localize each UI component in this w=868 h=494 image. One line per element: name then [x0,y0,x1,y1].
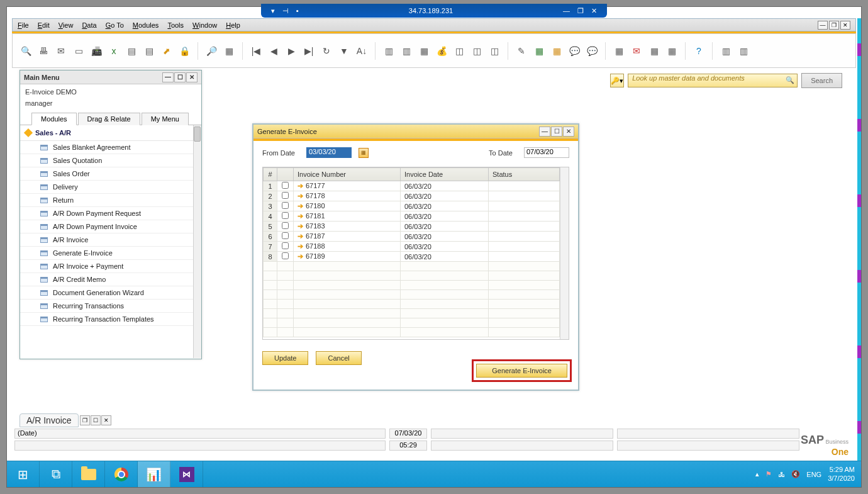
close-icon[interactable]: ✕ [101,415,111,425]
update-button[interactable]: Update [262,351,308,365]
col-invoice-date[interactable]: Invoice Date [401,168,489,181]
cell-invoice-number[interactable]: ➔67183 [294,222,401,232]
menu-help[interactable]: Help [226,21,240,29]
tab-modules[interactable]: Modules [31,113,77,125]
scrollbar[interactable] [193,125,201,358]
email-icon[interactable]: ✉ [54,44,68,58]
link-arrow-icon[interactable]: ➔ [298,242,303,250]
restore-icon[interactable]: ❐ [80,415,90,425]
tree-item[interactable]: A/R Down Payment Request [20,207,201,220]
cell-invoice-number[interactable]: ➔67187 [294,232,401,242]
table-row[interactable]: 4➔6718106/03/20 [264,211,560,222]
file-explorer-icon[interactable] [72,461,105,487]
tab-my-menu[interactable]: My Menu [142,113,189,125]
menu-data[interactable]: Data [82,21,96,29]
close-icon[interactable]: ✕ [563,126,574,137]
launch-icon[interactable]: ⬈ [160,44,174,58]
close-icon[interactable]: ✕ [591,7,597,14]
tray-network-icon[interactable]: 🖧 [778,471,785,478]
minimize-icon[interactable]: — [818,21,828,30]
close-icon[interactable]: ✕ [840,21,850,30]
search-input[interactable]: Look up master data and documents 🔍 [628,74,798,87]
link-arrow-icon[interactable]: ➔ [298,202,303,210]
message-icon[interactable]: 💬 [567,44,581,58]
link-arrow-icon[interactable]: ➔ [298,192,303,199]
link-arrow-icon[interactable]: ➔ [298,232,303,240]
tray-chevron-icon[interactable]: ▴ [755,470,759,478]
tray-language[interactable]: ENG [806,471,821,478]
link-arrow-icon[interactable]: ➔ [298,252,303,260]
tray-volume-icon[interactable]: 🔇 [791,470,800,478]
tree-item[interactable]: Recurring Transaction Templates [20,313,201,326]
search-icon[interactable]: 🔍 [786,76,794,84]
from-date-input[interactable]: 03/03/20 [306,147,352,158]
menu-window[interactable]: Window [192,21,217,29]
col-status[interactable]: Status [489,168,560,181]
search-key-icon[interactable]: 🔑▾ [610,74,624,87]
message-overview-icon[interactable]: 💬 [585,44,599,58]
tree-item[interactable]: Sales Order [20,167,201,181]
next-record-icon[interactable]: ▶ [284,44,298,58]
cell-invoice-number[interactable]: ➔67178 [294,191,401,201]
menu-goto[interactable]: Go To [106,21,124,29]
lock-icon[interactable]: 🔒 [177,44,191,58]
my-cockpit-icon[interactable]: ▥ [737,44,750,58]
cell-invoice-number[interactable]: ➔67180 [294,201,401,211]
minimize-icon[interactable]: — [162,72,174,82]
row-checkbox[interactable] [282,232,289,239]
minimize-icon[interactable]: — [563,7,570,14]
sms-icon[interactable]: ▭ [72,44,86,58]
refresh-icon[interactable]: ↻ [320,44,333,58]
row-checkbox[interactable] [282,182,289,189]
filter-icon[interactable]: ▼ [337,44,351,58]
row-checkbox[interactable] [282,202,289,209]
visual-studio-icon[interactable]: ⋈ [170,461,203,487]
row-checkbox[interactable] [282,242,289,249]
help-icon[interactable]: ? [692,44,706,58]
maximize-icon[interactable]: ☐ [174,72,186,82]
tree-section-sales[interactable]: Sales - A/R [20,125,201,141]
menu-file[interactable]: File [18,21,29,29]
new-activity-icon[interactable]: ▦ [532,44,546,58]
restore-icon[interactable]: ❐ [577,7,584,14]
find-icon[interactable]: 🔎 [204,44,218,58]
tree-item[interactable]: Return [20,194,201,207]
cell-invoice-number[interactable]: ➔67181 [294,211,401,222]
grid-scrollbar[interactable] [560,167,569,339]
restore-icon[interactable]: ❐ [829,21,839,30]
pin-icon[interactable]: ⊣ [282,7,289,14]
sent-alerts-icon[interactable]: ✉ [630,44,643,58]
col-invoice-number[interactable]: Invoice Number [294,168,401,181]
tree-item[interactable]: Document Generation Wizard [20,286,201,300]
maximize-icon[interactable]: ☐ [91,415,101,425]
layout-designer-icon[interactable]: ▦ [665,44,679,58]
calendar-icon[interactable]: ▦ [550,44,564,58]
tab-drag-relate[interactable]: Drag & Relate [78,113,140,125]
link-arrow-icon[interactable]: ➔ [298,212,303,220]
print-icon[interactable]: 🖶 [36,44,50,58]
prev-record-icon[interactable]: ◀ [267,44,281,58]
last-record-icon[interactable]: ▶| [302,44,316,58]
row-checkbox[interactable] [282,252,289,259]
tree-item[interactable]: A/R Invoice + Payment [20,260,201,273]
table-row[interactable]: 6➔6718706/03/20 [264,232,560,242]
col-num[interactable]: # [264,168,277,181]
close-icon[interactable]: ✕ [186,72,198,82]
dialog-titlebar[interactable]: Generate E-Invoice — ☐ ✕ [253,125,578,138]
word-icon[interactable]: ▤ [125,44,138,58]
add-icon[interactable]: ▦ [222,44,236,58]
scroll-thumb[interactable] [194,126,201,142]
cell-invoice-number[interactable]: ➔67188 [294,242,401,252]
table-row[interactable]: 1➔6717706/03/20 [264,181,560,191]
tree-item[interactable]: A/R Down Payment Invoice [20,220,201,233]
tree-item[interactable]: A/R Credit Memo [20,273,201,286]
table-row[interactable]: 7➔6718806/03/20 [264,242,560,252]
tree-item[interactable]: Recurring Transactions [20,300,201,313]
minimized-ar-invoice[interactable]: A/R Invoice ❐ ☐ ✕ [19,413,111,427]
pdf-icon[interactable]: ▤ [142,44,156,58]
menu-edit[interactable]: Edit [38,21,50,29]
preview-icon[interactable]: 🔍 [19,44,33,58]
tree-item[interactable]: Generate E-Invoice [20,247,201,260]
tree-item[interactable]: Sales Blanket Agreement [20,141,201,154]
task-view-icon[interactable]: ⧉ [40,461,72,487]
